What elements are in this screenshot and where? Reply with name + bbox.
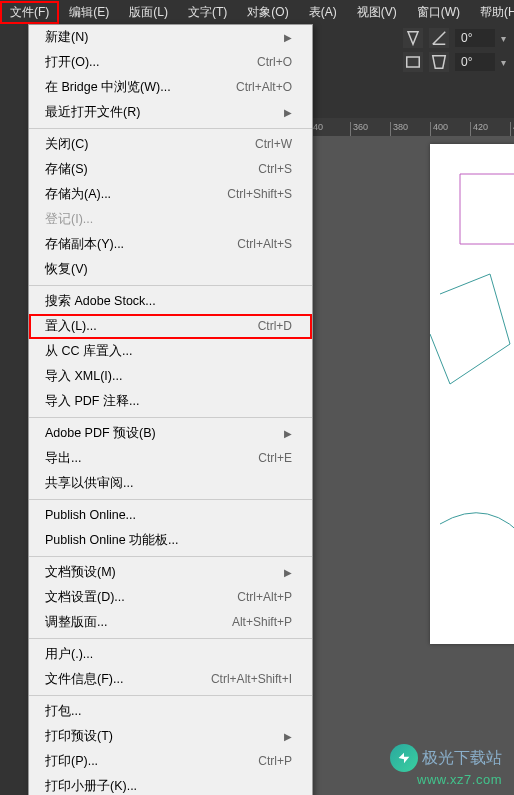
menu-item-shortcut: Ctrl+Alt+O [236, 79, 292, 96]
dropdown-chevron-icon[interactable]: ▾ [501, 33, 506, 44]
menu-separator [29, 128, 312, 129]
menu-item[interactable]: 存储为(A)...Ctrl+Shift+S [29, 182, 312, 207]
menu-item-label: 存储副本(Y)... [45, 236, 124, 253]
menu-item-label: 打印小册子(K)... [45, 778, 137, 795]
menu-item-shortcut: Ctrl+O [257, 54, 292, 71]
menu-item[interactable]: 用户(.)... [29, 642, 312, 667]
chevron-right-icon: ▶ [284, 564, 292, 581]
menu-item-label: 打印预设(T) [45, 728, 113, 745]
menu-item-label: 存储(S) [45, 161, 88, 178]
menu-item[interactable]: Publish Online... [29, 503, 312, 528]
menu-item-label: 导出... [45, 450, 81, 467]
menu-item-shortcut: Ctrl+Alt+S [237, 236, 292, 253]
menu-item-label: 恢复(V) [45, 261, 88, 278]
menu-item[interactable]: 文件信息(F)...Ctrl+Alt+Shift+I [29, 667, 312, 692]
watermark-title: 极光下载站 [422, 748, 502, 769]
artboard[interactable] [430, 144, 514, 644]
menubar-view[interactable]: 视图(V) [347, 1, 407, 24]
menu-item-label: 导入 XML(I)... [45, 368, 122, 385]
menubar-help[interactable]: 帮助(H) [470, 1, 514, 24]
menu-item[interactable]: 在 Bridge 中浏览(W)...Ctrl+Alt+O [29, 75, 312, 100]
menu-item-shortcut: Ctrl+S [258, 161, 292, 178]
menu-item[interactable]: 存储(S)Ctrl+S [29, 157, 312, 182]
menu-separator [29, 417, 312, 418]
menu-item-label: Publish Online... [45, 507, 136, 524]
menu-item-shortcut: Alt+Shift+P [232, 614, 292, 631]
menu-item-label: 从 CC 库置入... [45, 343, 132, 360]
menu-item[interactable]: 导入 XML(I)... [29, 364, 312, 389]
menu-item-label: 共享以供审阅... [45, 475, 133, 492]
menu-item[interactable]: Publish Online 功能板... [29, 528, 312, 553]
menubar-object[interactable]: 对象(O) [237, 1, 298, 24]
menubar-file[interactable]: 文件(F) [0, 1, 59, 24]
menu-item-label: 搜索 Adobe Stock... [45, 293, 156, 310]
menu-item[interactable]: 文档预设(M)▶ [29, 560, 312, 585]
menu-item: 登记(I)... [29, 207, 312, 232]
chevron-right-icon: ▶ [284, 425, 292, 442]
menu-item[interactable]: 打开(O)...Ctrl+O [29, 50, 312, 75]
menu-item-shortcut: Ctrl+W [255, 136, 292, 153]
menu-item[interactable]: 文档设置(D)...Ctrl+Alt+P [29, 585, 312, 610]
menubar-type[interactable]: 文字(T) [178, 1, 237, 24]
menu-item-label: 登记(I)... [45, 211, 93, 228]
menu-separator [29, 285, 312, 286]
chevron-right-icon: ▶ [284, 728, 292, 745]
menu-item-shortcut: Ctrl+D [258, 318, 292, 335]
menu-item-shortcut: Ctrl+E [258, 450, 292, 467]
chevron-right-icon: ▶ [284, 29, 292, 46]
ruler-tick: 360 [350, 122, 390, 136]
menubar-layout[interactable]: 版面(L) [119, 1, 178, 24]
menu-item-label: 打开(O)... [45, 54, 99, 71]
menubar-edit[interactable]: 编辑(E) [59, 1, 119, 24]
chevron-right-icon: ▶ [284, 104, 292, 121]
menu-item-label: 文档设置(D)... [45, 589, 125, 606]
menu-item[interactable]: 打印预设(T)▶ [29, 724, 312, 749]
menu-item[interactable]: 置入(L)...Ctrl+D [29, 314, 312, 339]
menu-item-shortcut: Ctrl+P [258, 753, 292, 770]
shear-icon-left[interactable] [403, 52, 423, 72]
menu-item-label: 打包... [45, 703, 81, 720]
menu-item-label: 用户(.)... [45, 646, 93, 663]
menu-item[interactable]: 关闭(C)Ctrl+W [29, 132, 312, 157]
ruler-horizontal: 40 360 380 400 420 440 460 480 [310, 118, 514, 136]
svg-rect-0 [407, 57, 420, 67]
menu-item[interactable]: 导出...Ctrl+E [29, 446, 312, 471]
menu-item[interactable]: 导入 PDF 注释... [29, 389, 312, 414]
menu-separator [29, 499, 312, 500]
menu-item[interactable]: 存储副本(Y)...Ctrl+Alt+S [29, 232, 312, 257]
rotate-top-icon[interactable] [403, 28, 423, 48]
menu-item[interactable]: 从 CC 库置入... [29, 339, 312, 364]
menu-item-shortcut: Ctrl+Shift+S [227, 186, 292, 203]
menubar: 文件(F) 编辑(E) 版面(L) 文字(T) 对象(O) 表(A) 视图(V)… [0, 0, 514, 24]
menu-item[interactable]: 共享以供审阅... [29, 471, 312, 496]
menu-item[interactable]: 新建(N)▶ [29, 25, 312, 50]
menu-item-shortcut: Ctrl+Alt+Shift+I [211, 671, 292, 688]
file-menu: 新建(N)▶打开(O)...Ctrl+O在 Bridge 中浏览(W)...Ct… [28, 24, 313, 795]
menu-item-label: Publish Online 功能板... [45, 532, 179, 549]
menu-item[interactable]: 搜索 Adobe Stock... [29, 289, 312, 314]
menu-item[interactable]: 打包... [29, 699, 312, 724]
menubar-table[interactable]: 表(A) [299, 1, 347, 24]
shear-angle[interactable]: 0° [455, 53, 495, 71]
menu-item[interactable]: 打印小册子(K)... [29, 774, 312, 795]
menu-item[interactable]: 打印(P)...Ctrl+P [29, 749, 312, 774]
ruler-tick: 40 [310, 122, 350, 136]
menu-item-label: 最近打开文件(R) [45, 104, 140, 121]
menu-item-label: 打印(P)... [45, 753, 98, 770]
ruler-tick: 440 [510, 122, 514, 136]
menu-item[interactable]: 恢复(V) [29, 257, 312, 282]
watermark-url: www.xz7.com [417, 772, 502, 787]
menu-item[interactable]: 最近打开文件(R)▶ [29, 100, 312, 125]
shear-icon [429, 52, 449, 72]
menu-item-label: 置入(L)... [45, 318, 97, 335]
ruler-tick: 400 [430, 122, 470, 136]
watermark: 极光下载站 www.xz7.com [390, 744, 502, 787]
menu-item-label: 调整版面... [45, 614, 107, 631]
menu-separator [29, 695, 312, 696]
menu-item[interactable]: 调整版面...Alt+Shift+P [29, 610, 312, 635]
canvas[interactable] [310, 136, 514, 795]
menubar-window[interactable]: 窗口(W) [407, 1, 470, 24]
dropdown-chevron-icon[interactable]: ▾ [501, 57, 506, 68]
rotation-angle-1[interactable]: 0° [455, 29, 495, 47]
menu-item[interactable]: Adobe PDF 预设(B)▶ [29, 421, 312, 446]
